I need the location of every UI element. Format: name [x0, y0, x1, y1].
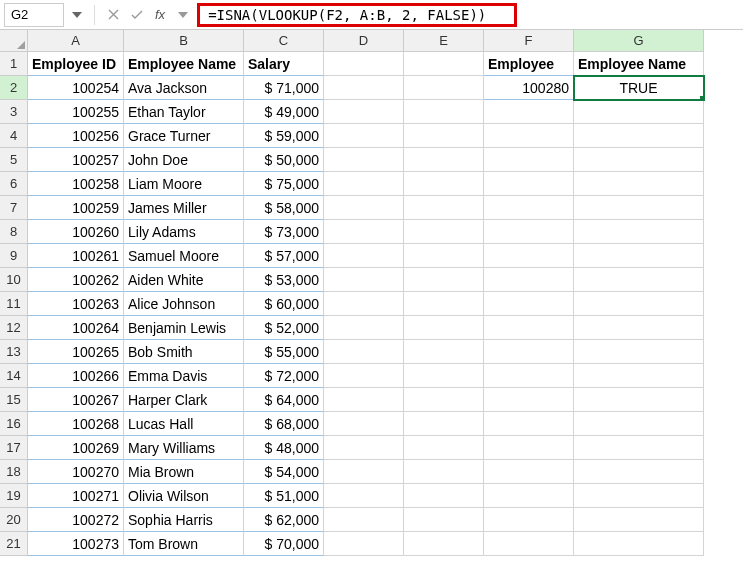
cell[interactable]: 100257 [28, 148, 124, 172]
cell[interactable]: Employee ID [28, 52, 124, 76]
cell[interactable] [574, 148, 704, 172]
cell[interactable]: 100268 [28, 412, 124, 436]
cell[interactable] [324, 412, 404, 436]
cell[interactable]: $ 62,000 [244, 508, 324, 532]
cell[interactable] [484, 244, 574, 268]
row-header[interactable]: 18 [0, 460, 28, 484]
cell[interactable] [484, 316, 574, 340]
cell[interactable] [484, 460, 574, 484]
cell[interactable]: $ 49,000 [244, 100, 324, 124]
col-header-D[interactable]: D [324, 30, 404, 52]
cell[interactable]: $ 75,000 [244, 172, 324, 196]
enter-icon[interactable] [127, 5, 147, 25]
cell[interactable] [404, 412, 484, 436]
name-box[interactable]: G2 [4, 3, 64, 27]
row-header[interactable]: 6 [0, 172, 28, 196]
cell[interactable] [574, 340, 704, 364]
cell[interactable]: Ethan Taylor [124, 100, 244, 124]
cell[interactable] [574, 388, 704, 412]
cell[interactable] [484, 172, 574, 196]
cell[interactable] [484, 220, 574, 244]
cell[interactable] [484, 484, 574, 508]
cell[interactable] [574, 196, 704, 220]
cell[interactable]: 100254 [28, 76, 124, 100]
cell[interactable]: $ 55,000 [244, 340, 324, 364]
cell[interactable]: 100280 [484, 76, 574, 100]
cell[interactable] [574, 316, 704, 340]
cell[interactable]: 100267 [28, 388, 124, 412]
cell[interactable]: Ava Jackson [124, 76, 244, 100]
cell[interactable] [404, 508, 484, 532]
row-header[interactable]: 4 [0, 124, 28, 148]
row-header[interactable]: 5 [0, 148, 28, 172]
row-header[interactable]: 16 [0, 412, 28, 436]
cell[interactable] [404, 76, 484, 100]
cell[interactable] [324, 124, 404, 148]
cell[interactable] [324, 100, 404, 124]
cell[interactable] [324, 316, 404, 340]
cell[interactable]: Lily Adams [124, 220, 244, 244]
cell[interactable] [404, 532, 484, 556]
cell[interactable]: Mary Williams [124, 436, 244, 460]
row-header[interactable]: 14 [0, 364, 28, 388]
cell[interactable]: $ 54,000 [244, 460, 324, 484]
cell[interactable] [404, 124, 484, 148]
cell[interactable]: Emma Davis [124, 364, 244, 388]
cell[interactable] [404, 340, 484, 364]
cell[interactable]: John Doe [124, 148, 244, 172]
cell[interactable] [484, 148, 574, 172]
fx-icon[interactable]: fx [151, 7, 169, 22]
cancel-icon[interactable] [103, 5, 123, 25]
row-header[interactable]: 11 [0, 292, 28, 316]
row-header[interactable]: 15 [0, 388, 28, 412]
cell[interactable] [324, 220, 404, 244]
cell[interactable] [324, 172, 404, 196]
cell[interactable] [484, 124, 574, 148]
cell[interactable]: James Miller [124, 196, 244, 220]
cell[interactable]: $ 48,000 [244, 436, 324, 460]
cell[interactable]: 100263 [28, 292, 124, 316]
cell[interactable]: Tom Brown [124, 532, 244, 556]
cell[interactable] [574, 412, 704, 436]
col-header-G[interactable]: G [574, 30, 704, 52]
cell[interactable]: 100262 [28, 268, 124, 292]
cell[interactable] [574, 172, 704, 196]
cell[interactable]: $ 71,000 [244, 76, 324, 100]
cell[interactable] [574, 292, 704, 316]
cell[interactable]: Aiden White [124, 268, 244, 292]
cell[interactable]: 100270 [28, 460, 124, 484]
cell[interactable]: 100265 [28, 340, 124, 364]
cell[interactable] [484, 364, 574, 388]
cell[interactable]: Sophia Harris [124, 508, 244, 532]
select-all-corner[interactable] [0, 30, 28, 52]
cell[interactable] [324, 484, 404, 508]
row-header[interactable]: 10 [0, 268, 28, 292]
cell[interactable]: 100258 [28, 172, 124, 196]
cell[interactable] [324, 388, 404, 412]
cell[interactable]: 100271 [28, 484, 124, 508]
cell[interactable] [404, 316, 484, 340]
cell[interactable]: $ 53,000 [244, 268, 324, 292]
cell[interactable]: Alice Johnson [124, 292, 244, 316]
cell[interactable]: $ 64,000 [244, 388, 324, 412]
cell[interactable] [484, 100, 574, 124]
cell[interactable] [324, 292, 404, 316]
cell[interactable] [484, 436, 574, 460]
cell[interactable]: $ 50,000 [244, 148, 324, 172]
cell[interactable] [324, 244, 404, 268]
cell[interactable] [324, 436, 404, 460]
cell[interactable]: $ 57,000 [244, 244, 324, 268]
cell[interactable]: 100255 [28, 100, 124, 124]
cell[interactable] [404, 100, 484, 124]
cell[interactable] [404, 292, 484, 316]
cell[interactable] [324, 148, 404, 172]
cell[interactable] [404, 436, 484, 460]
col-header-E[interactable]: E [404, 30, 484, 52]
cell[interactable] [324, 52, 404, 76]
cell[interactable]: Bob Smith [124, 340, 244, 364]
row-header[interactable]: 21 [0, 532, 28, 556]
cell[interactable]: $ 52,000 [244, 316, 324, 340]
cell[interactable] [404, 268, 484, 292]
row-header[interactable]: 1 [0, 52, 28, 76]
col-header-B[interactable]: B [124, 30, 244, 52]
